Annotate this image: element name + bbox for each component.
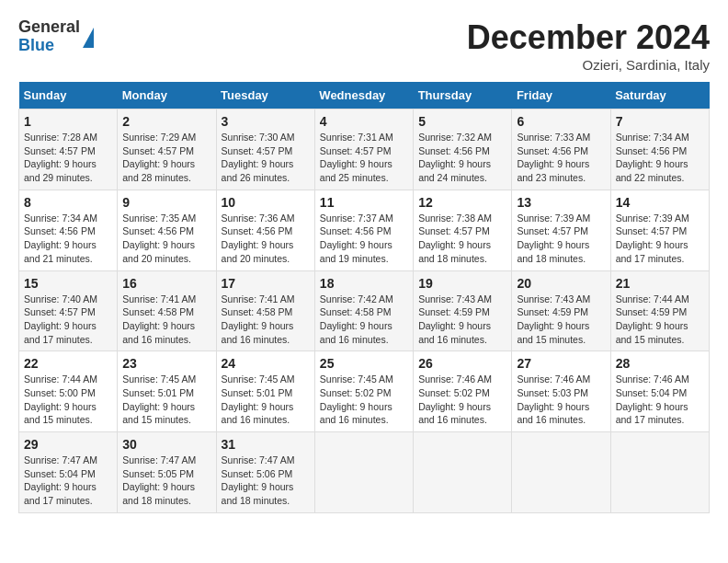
calendar-week-row: 15 Sunrise: 7:40 AMSunset: 4:57 PMDaylig… bbox=[19, 270, 710, 351]
day-info: Sunrise: 7:41 AMSunset: 4:58 PMDaylight:… bbox=[122, 293, 210, 347]
calendar-day-cell: 4 Sunrise: 7:31 AMSunset: 4:57 PMDayligh… bbox=[314, 109, 413, 190]
day-info: Sunrise: 7:34 AMSunset: 4:56 PMDaylight:… bbox=[616, 131, 704, 185]
day-info: Sunrise: 7:46 AMSunset: 5:03 PMDaylight:… bbox=[517, 373, 605, 427]
day-number: 17 bbox=[222, 276, 310, 291]
day-info: Sunrise: 7:35 AMSunset: 4:56 PMDaylight:… bbox=[122, 212, 210, 266]
location: Ozieri, Sardinia, Italy bbox=[467, 57, 710, 73]
day-info: Sunrise: 7:40 AMSunset: 4:57 PMDaylight:… bbox=[24, 293, 112, 347]
calendar-day-cell: 18 Sunrise: 7:42 AMSunset: 4:58 PMDaylig… bbox=[314, 270, 413, 351]
weekday-header-cell: Friday bbox=[512, 82, 610, 109]
day-info: Sunrise: 7:31 AMSunset: 4:57 PMDaylight:… bbox=[320, 131, 408, 185]
day-number: 8 bbox=[24, 195, 112, 210]
calendar-day-cell: 15 Sunrise: 7:40 AMSunset: 4:57 PMDaylig… bbox=[19, 270, 118, 351]
day-number: 2 bbox=[122, 114, 210, 129]
calendar-day-cell: 28 Sunrise: 7:46 AMSunset: 5:04 PMDaylig… bbox=[610, 351, 709, 432]
calendar-day-cell: 9 Sunrise: 7:35 AMSunset: 4:56 PMDayligh… bbox=[118, 190, 216, 270]
day-info: Sunrise: 7:44 AMSunset: 5:00 PMDaylight:… bbox=[24, 373, 112, 427]
day-info: Sunrise: 7:42 AMSunset: 4:58 PMDaylight:… bbox=[320, 293, 408, 347]
day-info: Sunrise: 7:33 AMSunset: 4:56 PMDaylight:… bbox=[517, 131, 605, 185]
calendar-day-cell: 7 Sunrise: 7:34 AMSunset: 4:56 PMDayligh… bbox=[610, 109, 709, 190]
day-number: 31 bbox=[222, 437, 310, 452]
day-number: 3 bbox=[222, 114, 310, 129]
calendar-day-cell: 2 Sunrise: 7:29 AMSunset: 4:57 PMDayligh… bbox=[118, 109, 216, 190]
day-info: Sunrise: 7:47 AMSunset: 5:06 PMDaylight:… bbox=[222, 454, 310, 508]
day-info: Sunrise: 7:29 AMSunset: 4:57 PMDaylight:… bbox=[122, 131, 210, 185]
day-number: 21 bbox=[616, 276, 704, 291]
logo-icon bbox=[83, 28, 94, 48]
day-number: 13 bbox=[517, 195, 605, 210]
weekday-header-cell: Wednesday bbox=[314, 82, 413, 109]
day-info: Sunrise: 7:47 AMSunset: 5:04 PMDaylight:… bbox=[24, 454, 112, 508]
day-number: 9 bbox=[122, 195, 210, 210]
calendar-day-cell: 22 Sunrise: 7:44 AMSunset: 5:00 PMDaylig… bbox=[19, 351, 118, 432]
day-number: 11 bbox=[320, 195, 408, 210]
logo-line1: General bbox=[18, 18, 80, 37]
calendar-day-cell: 21 Sunrise: 7:44 AMSunset: 4:59 PMDaylig… bbox=[610, 270, 709, 351]
day-number: 29 bbox=[24, 437, 112, 452]
calendar-day-cell bbox=[414, 432, 512, 513]
day-number: 12 bbox=[418, 195, 506, 210]
day-info: Sunrise: 7:34 AMSunset: 4:56 PMDaylight:… bbox=[24, 212, 112, 266]
weekday-header-cell: Saturday bbox=[610, 82, 709, 109]
calendar-day-cell: 6 Sunrise: 7:33 AMSunset: 4:56 PMDayligh… bbox=[512, 109, 610, 190]
day-number: 24 bbox=[222, 356, 310, 371]
calendar-day-cell: 24 Sunrise: 7:45 AMSunset: 5:01 PMDaylig… bbox=[216, 351, 314, 432]
calendar-day-cell: 27 Sunrise: 7:46 AMSunset: 5:03 PMDaylig… bbox=[512, 351, 610, 432]
calendar-body: 1 Sunrise: 7:28 AMSunset: 4:57 PMDayligh… bbox=[19, 109, 710, 513]
day-number: 10 bbox=[222, 195, 310, 210]
day-number: 22 bbox=[24, 356, 112, 371]
day-number: 16 bbox=[122, 276, 210, 291]
day-number: 14 bbox=[616, 195, 704, 210]
day-info: Sunrise: 7:46 AMSunset: 5:04 PMDaylight:… bbox=[616, 373, 704, 427]
calendar-day-cell: 26 Sunrise: 7:46 AMSunset: 5:02 PMDaylig… bbox=[414, 351, 512, 432]
day-info: Sunrise: 7:39 AMSunset: 4:57 PMDaylight:… bbox=[616, 212, 704, 266]
day-number: 18 bbox=[320, 276, 408, 291]
day-number: 26 bbox=[418, 356, 506, 371]
day-number: 23 bbox=[122, 356, 210, 371]
calendar-day-cell: 12 Sunrise: 7:38 AMSunset: 4:57 PMDaylig… bbox=[414, 190, 512, 270]
day-number: 15 bbox=[24, 276, 112, 291]
calendar-week-row: 22 Sunrise: 7:44 AMSunset: 5:00 PMDaylig… bbox=[19, 351, 710, 432]
day-info: Sunrise: 7:28 AMSunset: 4:57 PMDaylight:… bbox=[24, 131, 112, 185]
calendar-day-cell: 1 Sunrise: 7:28 AMSunset: 4:57 PMDayligh… bbox=[19, 109, 118, 190]
month-title: December 2024 bbox=[467, 18, 710, 57]
weekday-header-cell: Tuesday bbox=[216, 82, 314, 109]
calendar-day-cell: 29 Sunrise: 7:47 AMSunset: 5:04 PMDaylig… bbox=[19, 432, 118, 513]
calendar-day-cell bbox=[512, 432, 610, 513]
day-info: Sunrise: 7:43 AMSunset: 4:59 PMDaylight:… bbox=[418, 293, 506, 347]
day-info: Sunrise: 7:39 AMSunset: 4:57 PMDaylight:… bbox=[517, 212, 605, 266]
logo: General Blue bbox=[18, 18, 94, 55]
weekday-header-cell: Monday bbox=[118, 82, 216, 109]
day-info: Sunrise: 7:45 AMSunset: 5:01 PMDaylight:… bbox=[122, 373, 210, 427]
day-info: Sunrise: 7:46 AMSunset: 5:02 PMDaylight:… bbox=[418, 373, 506, 427]
calendar-day-cell: 3 Sunrise: 7:30 AMSunset: 4:57 PMDayligh… bbox=[216, 109, 314, 190]
calendar-week-row: 1 Sunrise: 7:28 AMSunset: 4:57 PMDayligh… bbox=[19, 109, 710, 190]
calendar-day-cell: 13 Sunrise: 7:39 AMSunset: 4:57 PMDaylig… bbox=[512, 190, 610, 270]
calendar-day-cell: 5 Sunrise: 7:32 AMSunset: 4:56 PMDayligh… bbox=[414, 109, 512, 190]
day-info: Sunrise: 7:37 AMSunset: 4:56 PMDaylight:… bbox=[320, 212, 408, 266]
logo-line2: Blue bbox=[18, 37, 80, 55]
day-number: 4 bbox=[320, 114, 408, 129]
calendar-day-cell: 19 Sunrise: 7:43 AMSunset: 4:59 PMDaylig… bbox=[414, 270, 512, 351]
calendar-day-cell: 23 Sunrise: 7:45 AMSunset: 5:01 PMDaylig… bbox=[118, 351, 216, 432]
weekday-header-cell: Thursday bbox=[414, 82, 512, 109]
day-number: 30 bbox=[122, 437, 210, 452]
weekday-header-cell: Sunday bbox=[19, 82, 118, 109]
calendar-day-cell bbox=[314, 432, 413, 513]
calendar-day-cell: 31 Sunrise: 7:47 AMSunset: 5:06 PMDaylig… bbox=[216, 432, 314, 513]
calendar-day-cell bbox=[610, 432, 709, 513]
day-info: Sunrise: 7:45 AMSunset: 5:01 PMDaylight:… bbox=[222, 373, 310, 427]
calendar-day-cell: 8 Sunrise: 7:34 AMSunset: 4:56 PMDayligh… bbox=[19, 190, 118, 270]
day-number: 27 bbox=[517, 356, 605, 371]
day-info: Sunrise: 7:32 AMSunset: 4:56 PMDaylight:… bbox=[418, 131, 506, 185]
day-info: Sunrise: 7:38 AMSunset: 4:57 PMDaylight:… bbox=[418, 212, 506, 266]
calendar-table: SundayMondayTuesdayWednesdayThursdayFrid… bbox=[18, 82, 710, 513]
title-area: December 2024 Ozieri, Sardinia, Italy bbox=[467, 18, 710, 73]
calendar-week-row: 8 Sunrise: 7:34 AMSunset: 4:56 PMDayligh… bbox=[19, 190, 710, 270]
calendar-day-cell: 11 Sunrise: 7:37 AMSunset: 4:56 PMDaylig… bbox=[314, 190, 413, 270]
day-number: 5 bbox=[418, 114, 506, 129]
calendar-day-cell: 17 Sunrise: 7:41 AMSunset: 4:58 PMDaylig… bbox=[216, 270, 314, 351]
day-number: 20 bbox=[517, 276, 605, 291]
day-number: 6 bbox=[517, 114, 605, 129]
weekday-header-row: SundayMondayTuesdayWednesdayThursdayFrid… bbox=[19, 82, 710, 109]
